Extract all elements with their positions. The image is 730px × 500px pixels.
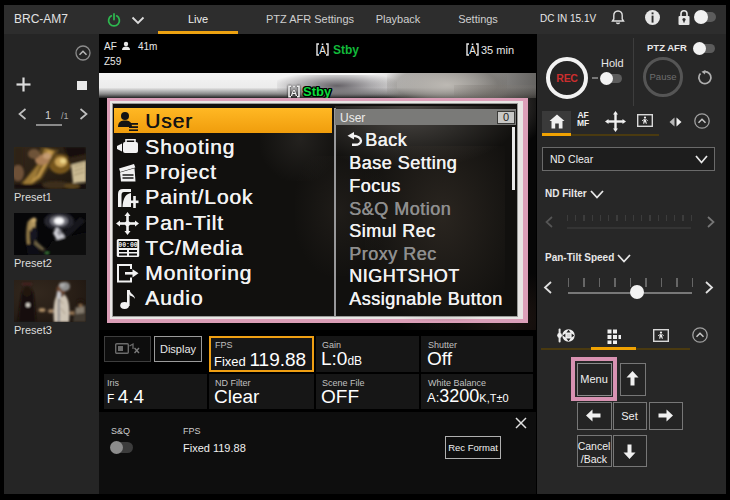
svg-text:A: A	[319, 45, 326, 56]
svg-text:00:00: 00:00	[118, 242, 138, 249]
svg-text:A: A	[469, 45, 476, 56]
svg-text:A: A	[291, 87, 298, 98]
